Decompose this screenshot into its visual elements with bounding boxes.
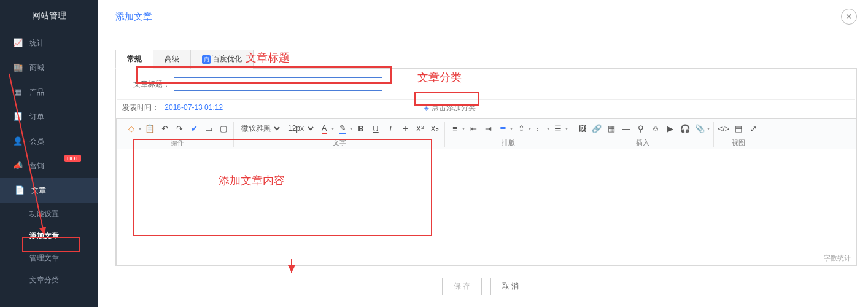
dropdown-icon[interactable]: ▾ <box>350 126 352 131</box>
grid-icon: ▦ <box>12 80 23 104</box>
table-icon[interactable]: ▦ <box>605 122 618 134</box>
tab-advanced[interactable]: 高级 <box>153 50 191 69</box>
editor-body[interactable]: 字数统计 <box>116 149 856 266</box>
group-label-layout: 排版 <box>502 138 515 147</box>
publish-label: 发表时间： <box>122 103 159 112</box>
emoji-icon[interactable]: ☺ <box>649 122 662 134</box>
format-painter-icon[interactable]: ✔ <box>188 122 200 134</box>
bold-icon[interactable]: B <box>355 122 367 134</box>
sidebar-item-label: 商城 <box>29 55 44 80</box>
article-title-input[interactable] <box>174 77 382 91</box>
video-icon[interactable]: ▶ <box>664 122 676 134</box>
dropdown-icon[interactable]: ▾ <box>510 126 513 131</box>
dropdown-icon[interactable]: ▾ <box>139 126 141 131</box>
indent-left-icon[interactable]: ⇤ <box>467 122 479 134</box>
audio-icon[interactable]: 🎧 <box>679 122 691 134</box>
sidebar-item-product[interactable]: ▦产品 <box>0 80 98 104</box>
sidebar-item-label: 营销 <box>29 154 44 178</box>
sidebar-item-label: 文章 <box>31 178 46 203</box>
sidebar-item-article[interactable]: 📄文章 <box>0 178 98 203</box>
receipt-icon: 🧾 <box>12 104 23 129</box>
strikethrough-icon[interactable]: T <box>399 122 411 134</box>
sidebar-item-stats[interactable]: 📈统计 <box>0 31 98 55</box>
attachment-icon[interactable]: 📎 <box>694 122 706 134</box>
save-button[interactable]: 保 存 <box>442 278 482 295</box>
word-count-label[interactable]: 字数统计 <box>824 254 851 263</box>
dropdown-icon[interactable]: ▾ <box>529 126 531 131</box>
dropdown-icon[interactable]: ▾ <box>565 126 568 131</box>
toolbar-group-view: </> ▤ ⤢ 视图 <box>714 122 763 147</box>
title-label: 文章标题： <box>133 79 170 90</box>
clear-icon[interactable]: ▢ <box>217 122 230 134</box>
sidebar-item-order[interactable]: 🧾订单 <box>0 104 98 129</box>
dropdown-icon[interactable]: ▾ <box>707 126 710 131</box>
sidebar: 网站管理 📈统计 🏬商城 ▦产品 🧾订单 👤会员 📣营销HOT 📄文章 功能设置… <box>0 0 98 307</box>
cancel-button[interactable]: 取 消 <box>490 278 530 295</box>
sidebar-sub-add-article[interactable]: 添加文章 <box>0 225 98 247</box>
font-family-select[interactable]: 微软雅黑 <box>238 122 282 134</box>
align-center-icon[interactable]: ≣ <box>497 122 509 134</box>
toolbar-group-text: 微软雅黑 12px A▾ ✎▾ B U I T X² X₂ 文字 <box>234 122 445 147</box>
user-icon: 👤 <box>12 129 23 154</box>
editor-toolbar: ◇▾ 📋 ↶ ↷ ✔ ▭ ▢ 操作 微软雅黑 12px A▾ <box>116 118 856 149</box>
sidebar-item-marketing[interactable]: 📣营销HOT <box>0 154 98 178</box>
dropdown-icon[interactable]: ▾ <box>547 126 549 131</box>
font-size-select[interactable]: 12px <box>284 122 316 134</box>
anchor-icon[interactable]: ⚲ <box>635 122 647 134</box>
select-all-icon[interactable]: ▭ <box>203 122 215 134</box>
underline-icon[interactable]: U <box>370 122 382 134</box>
source-code-icon[interactable]: </> <box>718 122 730 134</box>
page-title: 添加文章 <box>115 0 152 33</box>
image-icon[interactable]: 🖼 <box>576 122 588 134</box>
content-area: 常规 高级 商百度优化 文章标题： 发表时间： 2018-07-13 01:12… <box>98 33 868 306</box>
sidebar-sub-article-category[interactable]: 文章分类 <box>0 269 98 291</box>
meta-row: 发表时间： 2018-07-13 01:12 点击添加分类 <box>116 100 856 118</box>
toolbar-group-ops: ◇▾ 📋 ↶ ↷ ✔ ▭ ▢ 操作 <box>122 122 234 147</box>
dropdown-icon[interactable]: ▾ <box>462 126 465 131</box>
ordered-list-icon[interactable]: ≔ <box>533 122 546 134</box>
font-color-icon[interactable]: A <box>318 122 330 134</box>
tabs: 常规 高级 商百度优化 <box>115 49 857 69</box>
redo-icon[interactable]: ↷ <box>173 122 185 134</box>
sidebar-item-label: 订单 <box>29 104 44 129</box>
link-icon[interactable]: 🔗 <box>591 122 603 134</box>
document-icon: 📄 <box>14 178 25 203</box>
group-label-text: 文字 <box>333 138 346 147</box>
sidebar-item-member[interactable]: 👤会员 <box>0 129 98 154</box>
megaphone-icon: 📣 <box>12 154 23 178</box>
close-button[interactable]: ✕ <box>841 9 857 25</box>
toolbar-group-layout: ≡▾ ⇤ ⇥ ≣▾ ⇕▾ ≔▾ ☰▾ 排版 <box>445 122 572 147</box>
dropdown-icon[interactable]: ▾ <box>331 126 334 131</box>
indent-right-icon[interactable]: ⇥ <box>482 122 494 134</box>
hr-icon[interactable]: — <box>620 122 632 134</box>
sidebar-sub-settings[interactable]: 功能设置 <box>0 203 98 225</box>
group-label-insert: 插入 <box>636 138 649 147</box>
add-category-link[interactable]: 点击添加分类 <box>424 103 476 113</box>
superscript-icon[interactable]: X² <box>414 122 426 134</box>
publish-time[interactable]: 2018-07-13 01:12 <box>165 103 223 112</box>
paste-icon[interactable]: 📋 <box>144 122 156 134</box>
sidebar-title: 网站管理 <box>0 0 98 31</box>
toolbar-group-insert: 🖼 🔗 ▦ — ⚲ ☺ ▶ 🎧 📎▾ 插入 <box>572 122 714 147</box>
undo-icon[interactable]: ↶ <box>158 122 171 134</box>
group-label-view: 视图 <box>732 138 745 147</box>
sidebar-item-label: 会员 <box>29 129 44 154</box>
main-panel: 添加文章 ✕ 常规 高级 商百度优化 文章标题： 发表时间： 2018-07-1… <box>98 0 868 307</box>
italic-icon[interactable]: I <box>384 122 397 134</box>
tab-baidu-seo[interactable]: 商百度优化 <box>190 50 254 69</box>
clear-format-icon[interactable]: ◇ <box>125 122 138 134</box>
line-height-icon[interactable]: ⇕ <box>515 122 527 134</box>
unordered-list-icon[interactable]: ☰ <box>552 122 564 134</box>
footer-buttons: 保 存 取 消 <box>115 266 857 306</box>
highlight-icon[interactable]: ✎ <box>336 122 349 134</box>
store-icon: 🏬 <box>12 55 23 80</box>
tab-general[interactable]: 常规 <box>115 50 153 69</box>
preview-icon[interactable]: ▤ <box>732 122 745 134</box>
sidebar-item-store[interactable]: 🏬商城 <box>0 55 98 80</box>
sidebar-item-label: 统计 <box>29 31 44 55</box>
fullscreen-icon[interactable]: ⤢ <box>747 122 759 134</box>
sidebar-sub-manage-article[interactable]: 管理文章 <box>0 247 98 269</box>
subscript-icon[interactable]: X₂ <box>428 122 441 134</box>
sidebar-item-label: 产品 <box>29 80 44 104</box>
align-left-icon[interactable]: ≡ <box>449 122 461 134</box>
